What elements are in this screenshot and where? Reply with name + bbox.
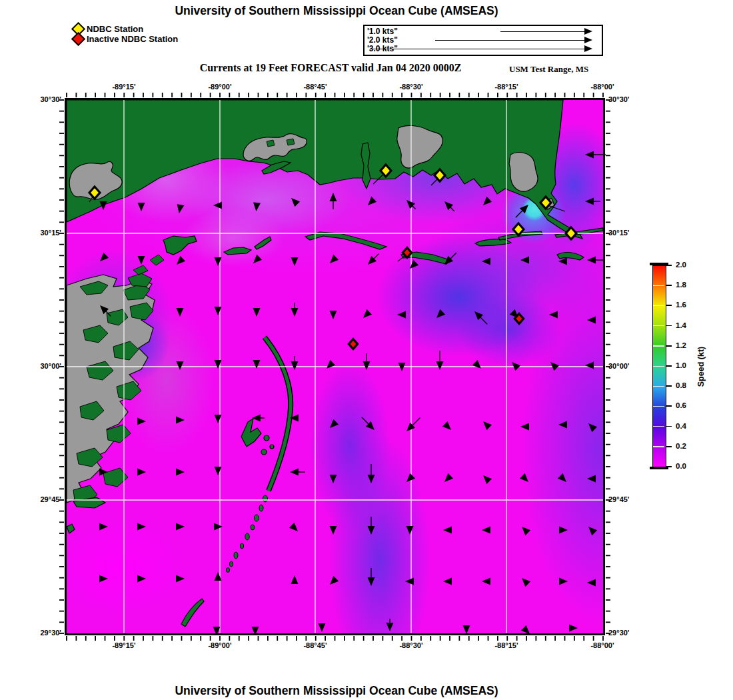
y-axis-label-left: 29°45' [19,495,61,503]
colorbar-gridline [653,426,664,427]
current-arrow [472,309,490,327]
current-arrow [482,527,490,534]
current-arrow [463,625,470,634]
current-arrow [291,257,299,266]
current-arrow [586,524,597,535]
current-arrow [330,193,337,209]
current-arrow [290,469,305,476]
x-axis-label-top: -89°00' [199,83,241,91]
current-arrow [520,257,529,264]
current-arrow [397,311,406,319]
current-arrow [519,575,530,587]
current-arrow [558,421,567,429]
colorbar-tick [666,285,672,286]
current-arrow [587,475,596,483]
colorbar-tick [666,446,672,447]
current-arrow [368,464,375,483]
colorbar-tick [666,426,672,427]
current-arrow [215,307,222,315]
current-arrow [253,360,261,369]
current-arrow [559,527,568,534]
x-axis-label-top: -88°15' [485,83,528,91]
colorbar-gridline [653,345,664,346]
current-arrow [587,317,596,324]
x-axis-label-top: -88°45' [294,83,337,91]
current-arrow [176,523,185,531]
y-axis-label-left: 30°30' [19,95,61,103]
y-axis-label-left: 30°15' [19,229,61,237]
colorbar-gridline [653,386,664,387]
current-arrow [363,353,370,370]
current-arrow [137,575,146,583]
y-axis-label-right: 30°15' [608,229,651,237]
current-arrow [174,256,185,267]
y-axis-label-right: 30°00' [608,362,651,370]
current-arrow [215,360,222,369]
colorbar-top-cap [650,263,668,265]
legend-item-inactive: Inactive NDBC Station [73,34,178,44]
page-title-bottom: University of Southern Mississippi Ocean… [67,684,606,698]
current-arrow [99,575,108,583]
current-arrow [368,568,375,586]
current-arrow [289,523,301,534]
current-arrow [365,251,381,267]
legend-item-active: NDBC Station [73,24,178,34]
current-arrow [509,359,520,371]
current-arrow [585,151,606,159]
colorbar-tick [666,265,672,266]
current-arrow [521,625,532,637]
current-arrow [549,311,558,319]
colorbar-bottom-cap [650,467,668,469]
y-axis-label-right: 29°30' [608,629,651,637]
current-arrow [480,473,492,484]
colorbar-gridline [653,285,664,286]
vector-scale-box: '1.0 kts" '2.0 kts" '3.0 kts" [363,25,603,56]
current-arrow [252,415,265,422]
x-axis-label-bottom: -89°15' [103,641,145,649]
current-arrow [215,257,222,266]
current-arrow [215,572,222,581]
current-arrow [406,526,414,535]
current-arrow [482,258,490,265]
current-arrow [253,308,261,317]
colorbar-tick-label: 1.6 [676,301,700,309]
x-axis-label-bottom: -89°00' [199,641,241,649]
current-arrow [291,303,299,317]
colorbar-gridline [653,366,664,367]
current-arrow [253,203,261,212]
colorbar-tick-label: 2.0 [676,261,700,269]
x-axis-label-bottom: -88°45' [294,641,337,649]
current-arrow [569,625,578,632]
inactive-station-icon [71,32,85,46]
colorbar-tick-label: 0.6 [676,401,700,409]
scale-arrow-3kt [372,45,592,52]
current-arrow [520,473,531,485]
y-axis-label-right: 30°30' [608,95,651,103]
colorbar-tick-label: 1.4 [676,321,700,329]
current-arrow [585,198,600,205]
current-arrow [587,579,596,587]
current-arrow [289,195,300,207]
colorbar-tick [666,466,672,467]
land-polygons [67,100,603,627]
current-arrow [586,421,597,432]
vector-scale-row: '2.0 kts" [367,35,596,45]
current-arrow [177,361,184,370]
y-axis-label-left: 29°30' [19,629,61,637]
colorbar-tick [666,405,672,407]
current-arrow [407,260,418,271]
current-arrow [176,417,185,424]
current-arrow [251,255,262,266]
current-arrow [319,623,326,632]
map-overlay [67,100,603,633]
current-arrow [138,256,145,265]
current-arrow [327,576,339,587]
current-arrow [386,619,394,631]
colorbar-tick-label: 0.8 [676,381,700,389]
current-arrow [368,517,375,535]
current-arrow [442,421,454,433]
current-arrow [359,415,377,433]
current-arrow [480,419,492,430]
vector-scale-row: '1.0 kts" [367,27,596,36]
scale-arrow-1kt [372,28,592,35]
